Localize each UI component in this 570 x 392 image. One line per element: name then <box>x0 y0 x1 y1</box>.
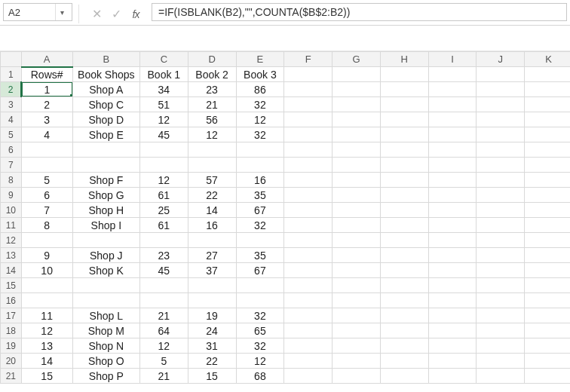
cell-E19[interactable]: 32 <box>236 338 284 354</box>
row-header-10[interactable]: 10 <box>1 203 22 218</box>
cell-H18[interactable] <box>380 323 428 338</box>
cell-A2[interactable]: 1 <box>21 82 72 97</box>
cell-C20[interactable]: 5 <box>139 354 188 369</box>
column-header-G[interactable]: G <box>332 52 381 67</box>
cell-A4[interactable]: 3 <box>21 112 72 127</box>
cell-B9[interactable]: Shop G <box>72 188 139 203</box>
formula-input[interactable]: =IF(ISBLANK(B2),"",COUNTA($B$2:B2)) <box>152 3 567 21</box>
cell-I19[interactable] <box>428 338 477 354</box>
cell-H1[interactable] <box>380 67 428 82</box>
cell-E13[interactable]: 35 <box>236 248 284 263</box>
cell-H9[interactable] <box>380 188 428 203</box>
row-header-17[interactable]: 17 <box>1 308 22 323</box>
cell-C8[interactable]: 12 <box>139 173 188 188</box>
cell-B6[interactable] <box>72 142 139 158</box>
cell-J12[interactable] <box>477 233 525 248</box>
cell-D21[interactable]: 15 <box>188 369 236 384</box>
cell-F5[interactable] <box>284 127 332 142</box>
cell-B4[interactable]: Shop D <box>72 112 139 127</box>
cell-J8[interactable] <box>477 173 525 188</box>
cell-D15[interactable] <box>188 278 236 293</box>
row-header-7[interactable]: 7 <box>1 158 22 173</box>
cell-F13[interactable] <box>284 248 332 263</box>
cell-K15[interactable] <box>525 278 570 293</box>
cell-A15[interactable] <box>21 278 72 293</box>
cell-D14[interactable]: 37 <box>188 263 236 278</box>
cell-H4[interactable] <box>380 112 428 127</box>
cell-H6[interactable] <box>380 142 428 158</box>
cell-J3[interactable] <box>477 97 525 112</box>
column-header-C[interactable]: C <box>139 52 188 67</box>
cell-E4[interactable]: 12 <box>236 112 284 127</box>
cell-I16[interactable] <box>428 293 477 308</box>
cell-F19[interactable] <box>284 338 332 354</box>
cell-B12[interactable] <box>72 233 139 248</box>
cell-D16[interactable] <box>188 293 236 308</box>
cell-A7[interactable] <box>21 158 72 173</box>
cell-A18[interactable]: 12 <box>21 323 72 338</box>
cell-B16[interactable] <box>72 293 139 308</box>
cell-G2[interactable] <box>332 82 381 97</box>
cell-E16[interactable] <box>236 293 284 308</box>
cell-A14[interactable]: 10 <box>21 263 72 278</box>
cell-C10[interactable]: 25 <box>139 203 188 218</box>
cell-C9[interactable]: 61 <box>139 188 188 203</box>
cell-I8[interactable] <box>428 173 477 188</box>
cell-K2[interactable] <box>525 82 570 97</box>
cell-H8[interactable] <box>380 173 428 188</box>
cell-G3[interactable] <box>332 97 381 112</box>
cell-J20[interactable] <box>477 354 525 369</box>
cell-A3[interactable]: 2 <box>21 97 72 112</box>
row-header-6[interactable]: 6 <box>1 142 22 158</box>
cell-G21[interactable] <box>332 369 381 384</box>
cell-K19[interactable] <box>525 338 570 354</box>
cell-B11[interactable]: Shop I <box>72 218 139 233</box>
cell-F11[interactable] <box>284 218 332 233</box>
cell-B3[interactable]: Shop C <box>72 97 139 112</box>
cell-F20[interactable] <box>284 354 332 369</box>
row-header-21[interactable]: 21 <box>1 369 22 384</box>
column-header-F[interactable]: F <box>284 52 332 67</box>
cell-K13[interactable] <box>525 248 570 263</box>
cell-I13[interactable] <box>428 248 477 263</box>
cell-I2[interactable] <box>428 82 477 97</box>
cell-E6[interactable] <box>236 142 284 158</box>
cell-I4[interactable] <box>428 112 477 127</box>
cell-H7[interactable] <box>380 158 428 173</box>
cell-D8[interactable]: 57 <box>188 173 236 188</box>
cell-G10[interactable] <box>332 203 381 218</box>
cell-I21[interactable] <box>428 369 477 384</box>
cell-B17[interactable]: Shop L <box>72 308 139 323</box>
row-header-2[interactable]: 2 <box>1 82 22 97</box>
fx-icon[interactable]: fx <box>129 8 142 21</box>
cell-H15[interactable] <box>380 278 428 293</box>
cell-B19[interactable]: Shop N <box>72 338 139 354</box>
cell-B21[interactable]: Shop P <box>72 369 139 384</box>
cell-G12[interactable] <box>332 233 381 248</box>
cell-H2[interactable] <box>380 82 428 97</box>
cell-D18[interactable]: 24 <box>188 323 236 338</box>
column-header-I[interactable]: I <box>428 52 477 67</box>
cell-J7[interactable] <box>477 158 525 173</box>
cell-D11[interactable]: 16 <box>188 218 236 233</box>
cell-C15[interactable] <box>139 278 188 293</box>
cell-I7[interactable] <box>428 158 477 173</box>
cell-E9[interactable]: 35 <box>236 188 284 203</box>
cell-E11[interactable]: 32 <box>236 218 284 233</box>
cell-F7[interactable] <box>284 158 332 173</box>
cell-K11[interactable] <box>525 218 570 233</box>
cell-J1[interactable] <box>477 67 525 82</box>
cell-C13[interactable]: 23 <box>139 248 188 263</box>
cell-C3[interactable]: 51 <box>139 97 188 112</box>
cell-C12[interactable] <box>139 233 188 248</box>
cell-F21[interactable] <box>284 369 332 384</box>
cell-J16[interactable] <box>477 293 525 308</box>
cell-I18[interactable] <box>428 323 477 338</box>
cell-G17[interactable] <box>332 308 381 323</box>
cell-F14[interactable] <box>284 263 332 278</box>
cell-K7[interactable] <box>525 158 570 173</box>
confirm-icon[interactable]: ✓ <box>109 8 123 21</box>
cell-C17[interactable]: 21 <box>139 308 188 323</box>
row-header-1[interactable]: 1 <box>1 67 22 82</box>
cell-B20[interactable]: Shop O <box>72 354 139 369</box>
